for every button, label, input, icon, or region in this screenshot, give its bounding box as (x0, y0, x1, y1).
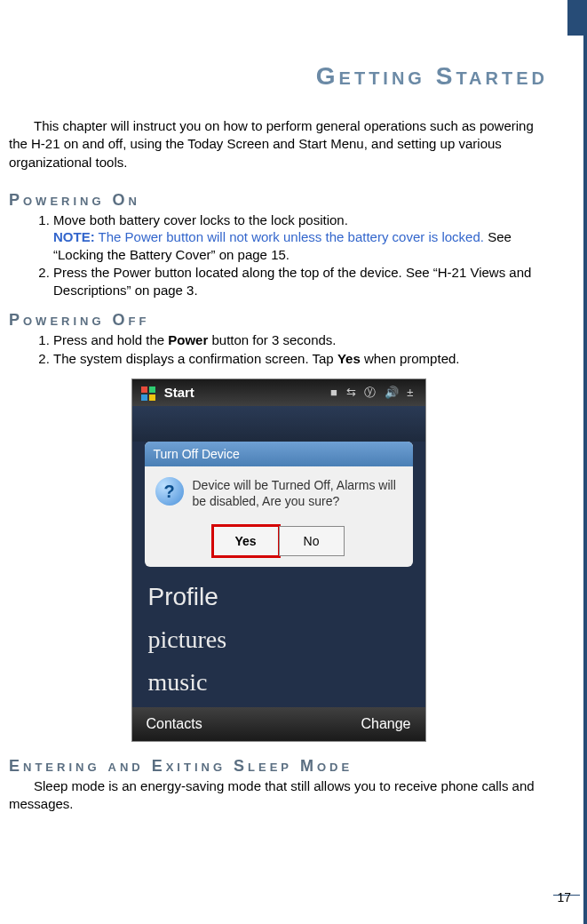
note-text: The Power button will not work unless th… (99, 229, 484, 244)
screenshot-tiles: Profile pictures music (132, 567, 425, 707)
list-item: The system displays a confirmation scree… (53, 350, 548, 368)
softkey-contacts[interactable]: Contacts (147, 716, 202, 732)
page-number: 17 (557, 890, 571, 904)
softkey-change[interactable]: Change (361, 716, 410, 732)
turn-off-dialog: Turn Off Device ? Device will be Turned … (145, 442, 413, 566)
yes-button[interactable]: Yes (213, 526, 279, 556)
no-button[interactable]: No (279, 526, 345, 556)
status-icons: ■ ⇆ ⓨ 🔊 ± (330, 385, 416, 401)
note-label: NOTE: (53, 229, 95, 244)
chapter-title: Getting Started (9, 62, 548, 91)
section-title-powering-on: Powering On (9, 191, 548, 210)
screenshot-topbar: Start ■ ⇆ ⓨ 🔊 ± (132, 379, 425, 406)
text-part: Press and hold the (53, 332, 168, 347)
tile-music[interactable]: music (148, 661, 409, 704)
section-title-sleep-mode: Entering and Exiting Sleep Mode (9, 757, 548, 776)
screenshot-gap (132, 406, 425, 442)
text-part: button for 3 seconds. (208, 332, 336, 347)
section-title-powering-off: Powering Off (9, 311, 548, 330)
intro-paragraph: This chapter will instruct you on how to… (9, 117, 548, 171)
corner-accent (567, 0, 583, 36)
tile-profile[interactable]: Profile (148, 576, 409, 618)
bold-text: Power (168, 332, 208, 347)
question-icon: ? (155, 477, 184, 506)
text-part: when prompted. (361, 351, 460, 366)
powering-on-list: Move both battery cover locks to the loc… (9, 211, 548, 299)
screenshot-softkeys: Contacts Change (132, 707, 425, 741)
dialog-title: Turn Off Device (145, 442, 413, 466)
start-label: Start (164, 385, 194, 400)
list-item: Press the Power button located along the… (53, 264, 548, 299)
dialog-message: Device will be Turned Off, Alarms will b… (193, 477, 402, 509)
windows-icon (141, 386, 155, 401)
list-item-text: Move both battery cover locks to the loc… (53, 212, 348, 227)
bold-text: Yes (337, 351, 361, 366)
powering-off-list: Press and hold the Power button for 3 se… (9, 331, 548, 367)
sleep-mode-text: Sleep mode is an energy-saving mode that… (9, 777, 548, 814)
list-item: Move both battery cover locks to the loc… (53, 211, 548, 264)
page: Getting Started This chapter will instru… (0, 0, 587, 924)
tile-pictures[interactable]: pictures (148, 618, 409, 661)
text-part: The system displays a confirmation scree… (53, 351, 337, 366)
dialog-body: ? Device will be Turned Off, Alarms will… (145, 466, 413, 520)
list-item: Press and hold the Power button for 3 se… (53, 331, 548, 349)
dialog-buttons: Yes No (145, 521, 413, 567)
list-item-text: Press the Power button located along the… (53, 265, 531, 298)
start-button[interactable]: Start (141, 385, 194, 401)
device-screenshot: Start ■ ⇆ ⓨ 🔊 ± Turn Off Device ? Device… (132, 379, 425, 740)
